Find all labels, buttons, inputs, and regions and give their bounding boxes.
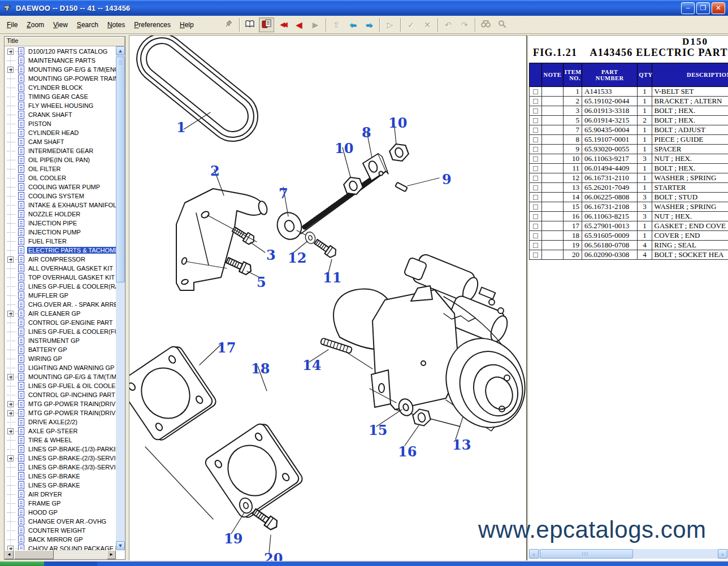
note-checkbox[interactable] — [533, 233, 538, 238]
tree-item[interactable]: LINES GP-BRAKE-(3/3)-SERVICE — [5, 463, 116, 472]
tree-item[interactable]: COOLING SYSTEM — [5, 191, 116, 201]
note-checkbox[interactable] — [533, 185, 538, 190]
tree-item[interactable]: HOOD GP — [5, 508, 116, 517]
tree-vertical-scrollbar[interactable]: ▲ ▼ — [116, 46, 125, 550]
callout-number[interactable]: 18 — [251, 360, 270, 377]
tree-item[interactable]: ALL OVERHAUL GASKET KIT — [5, 264, 116, 273]
scroll-thumb[interactable] — [116, 56, 125, 282]
note-checkbox[interactable] — [533, 243, 538, 248]
callout-number[interactable]: 15 — [369, 422, 387, 438]
tree-item[interactable]: MOUNTING GP-E/G & T/M(T/M P. — [5, 372, 116, 381]
tree-item[interactable]: CONTROL GP-INCHING PART — [5, 390, 116, 399]
tree-item[interactable]: FRAME GP — [5, 499, 116, 508]
expand-plus-icon[interactable] — [7, 455, 14, 461]
tree-item[interactable]: AIR CLEANER GP — [5, 309, 116, 318]
part-row[interactable]: 1606.11063-82153NUT ; HEX. — [530, 212, 728, 221]
tree-item[interactable]: INJECTION PIPE — [5, 219, 116, 228]
tree-item[interactable]: ELECTRIC PARTS & TACHOMETE — [5, 246, 116, 255]
tree-item[interactable]: CYLINDER BLOCK — [5, 83, 116, 92]
expand-plus-icon[interactable] — [7, 374, 14, 380]
callout-number[interactable]: 9 — [442, 171, 452, 188]
expand-plus-icon[interactable] — [7, 256, 14, 263]
tree-item[interactable]: LINES GP-BRAKE-(1/3)-PARKING — [5, 445, 116, 454]
callout-number[interactable]: 8 — [362, 124, 371, 141]
tree-item[interactable]: LINES GP-BRAKE-(2/3)-SERVICE — [5, 454, 116, 463]
scroll-right-button[interactable]: › — [718, 549, 727, 559]
note-checkbox[interactable] — [533, 156, 538, 162]
tree-item[interactable]: D100/120 PARTS CATALOG — [5, 47, 116, 56]
tree-item[interactable]: BACK MIRROR GP — [5, 535, 116, 544]
callout-number[interactable]: 19 — [224, 530, 242, 547]
note-checkbox[interactable] — [533, 204, 538, 210]
callout-number[interactable]: 17 — [217, 339, 236, 356]
note-checkbox[interactable] — [533, 89, 538, 94]
tree-item[interactable]: OIL COOLER — [5, 173, 116, 182]
tree-item[interactable]: OIL PIPE(IN OIL PAN) — [5, 155, 116, 164]
parts-list-button[interactable] — [259, 18, 274, 32]
callout-number[interactable]: 11 — [323, 269, 341, 286]
expand-plus-icon[interactable] — [7, 410, 14, 416]
tree-item[interactable]: TOP OVERHAUL GASKET KIT — [5, 273, 116, 282]
next-page-button[interactable]: ▶ — [308, 18, 323, 32]
tree-item[interactable]: COUNTER WEIGHT — [5, 526, 116, 535]
expand-plus-icon[interactable] — [7, 546, 14, 551]
note-checkbox[interactable] — [533, 252, 538, 258]
part-row[interactable]: 1106.01494-44091BOLT ; HEX. — [530, 164, 728, 173]
part-row[interactable]: 765.90435-00041BOLT ; ADJUST — [530, 125, 728, 135]
forward-button[interactable]: ⇨ — [362, 18, 377, 32]
tree-item[interactable]: TIMING GEAR CASE — [5, 92, 116, 101]
note-checkbox[interactable] — [533, 128, 538, 133]
tree-item[interactable]: TIRE & WHEEL — [5, 436, 116, 445]
expand-plus-icon[interactable] — [7, 49, 14, 55]
tree-item[interactable]: INJECTION PUMP — [5, 228, 116, 237]
redo-button[interactable]: ↷ — [457, 18, 473, 32]
scroll-up-button[interactable]: ▲ — [116, 46, 125, 55]
tree-item[interactable]: AIR DRYER — [5, 490, 116, 499]
tree-item[interactable]: CHG.OVER AR. - SPARK ARREST — [5, 300, 116, 309]
tree-item[interactable]: MOUNTING GP-E/G & T/M(ENGIN — [5, 65, 116, 74]
zoom-button[interactable] — [495, 18, 510, 32]
note-checkbox[interactable] — [533, 176, 538, 181]
tree-horizontal-scrollbar[interactable]: ◄ ► — [5, 550, 116, 559]
accept-button[interactable]: ✓ — [404, 18, 419, 32]
callout-number[interactable]: 5 — [257, 274, 266, 290]
tree-item[interactable]: MTG GP-POWER TRAIN(DRIVE A — [5, 399, 116, 408]
scroll-right-button[interactable]: ► — [107, 550, 116, 559]
tree-item[interactable]: INTAKE & EXHAUST MANIFOLD — [5, 201, 116, 210]
scroll-left-button[interactable]: ‹ — [529, 549, 539, 559]
tree-item[interactable]: MOUNTING GP-POWER TRAIN(E — [5, 74, 116, 83]
cancel-button[interactable]: ✕ — [420, 18, 435, 32]
menu-file[interactable]: File — [2, 19, 22, 31]
note-checkbox[interactable] — [533, 195, 538, 200]
tree-item[interactable]: CRANK SHAFT — [5, 110, 116, 119]
note-checkbox[interactable] — [533, 137, 538, 142]
callout-number[interactable]: 14 — [302, 357, 321, 373]
tree-item[interactable]: CYLINDER HEAD — [5, 128, 116, 137]
callout-number[interactable]: 7 — [279, 185, 288, 202]
find-button[interactable] — [478, 18, 493, 32]
menu-search[interactable]: Search — [72, 19, 103, 31]
tree-item[interactable]: LINES GP-FUEL & OIL COOLER — [5, 381, 116, 390]
note-checkbox[interactable] — [533, 214, 538, 219]
menu-notes[interactable]: Notes — [103, 19, 129, 31]
part-row[interactable]: 506.01914-32152BOLT ; HEX. — [530, 116, 728, 125]
tree-item[interactable]: MAINTENANCE PARTS — [5, 56, 116, 65]
expand-plus-icon[interactable] — [7, 67, 14, 73]
part-row[interactable]: 2006.02090-03084BOLT ; SOCKET HEA — [530, 250, 728, 260]
expand-plus-icon[interactable] — [7, 311, 14, 317]
up-level-button[interactable]: ⇧ — [329, 18, 344, 32]
tree-item[interactable]: PISTON — [5, 119, 116, 128]
tree-item[interactable]: OIL FILTER — [5, 164, 116, 173]
expand-plus-icon[interactable] — [7, 428, 14, 434]
callout-number[interactable]: 2 — [210, 163, 220, 179]
tree-item[interactable]: LIGHTING AND WARNING GP — [5, 363, 116, 372]
pin-button[interactable] — [222, 18, 237, 32]
callout-number[interactable]: 16 — [398, 443, 417, 460]
scroll-thumb[interactable] — [14, 550, 54, 559]
note-checkbox[interactable] — [533, 118, 538, 123]
callout-number[interactable]: 13 — [452, 437, 471, 453]
first-page-button[interactable]: ◀◀ — [275, 18, 291, 32]
part-row[interactable]: 1906.56180-07084RING ; SEAL — [530, 241, 728, 250]
tree-item[interactable]: LINES GP-BRAKE — [5, 472, 116, 481]
part-row[interactable]: 1406.06225-08083BOLT ; STUD — [530, 193, 728, 202]
